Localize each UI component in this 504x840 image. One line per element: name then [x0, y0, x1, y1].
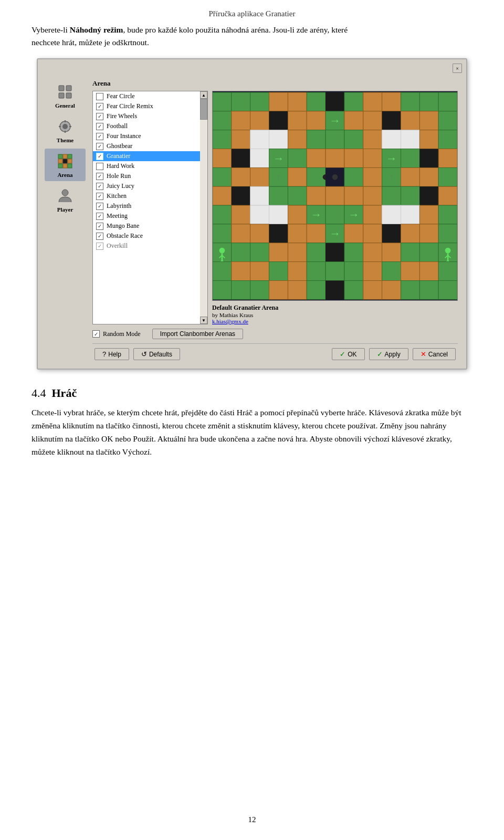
checkbox-overkill[interactable] [96, 243, 103, 250]
sidebar-item-arena[interactable]: Arena [45, 149, 86, 181]
list-item-granatier[interactable]: Granatier [93, 151, 207, 161]
checkbox-labyrinth[interactable] [96, 203, 103, 210]
list-item[interactable]: Mungo Bane [93, 221, 207, 231]
settings-dialog: × General [37, 58, 467, 370]
cancel-button[interactable]: ✕ Cancel [413, 348, 456, 360]
svg-rect-109 [269, 205, 288, 224]
svg-rect-166 [326, 262, 344, 281]
checkbox-hole-run[interactable] [96, 173, 103, 180]
svg-rect-14 [63, 159, 67, 163]
checkbox-fear-circle[interactable] [96, 93, 103, 100]
list-item[interactable]: Fear Circle Remix [93, 101, 207, 111]
list-item[interactable]: Hard Work [93, 161, 207, 171]
random-mode-checkbox[interactable] [92, 330, 100, 338]
scrollbar-track[interactable] [200, 99, 207, 317]
checkbox-football[interactable] [96, 123, 103, 130]
dialog-buttons-right: ✓ OK ✓ Apply ✕ Cancel [332, 348, 456, 360]
preview-info: Default Granatier Arena by Mathias Kraus… [212, 304, 458, 324]
list-item[interactable]: Juicy Lucy [93, 181, 207, 191]
svg-rect-48 [213, 130, 232, 149]
svg-rect-0 [59, 86, 64, 91]
checkbox-granatier[interactable] [96, 153, 103, 160]
svg-rect-108 [250, 205, 269, 224]
header-title: Příručka aplikace Granatier [209, 9, 296, 18]
list-item[interactable]: Fear Circle [93, 91, 207, 101]
checkbox-juicy-lucy[interactable] [96, 183, 103, 190]
sidebar-item-theme[interactable]: Theme [45, 114, 86, 146]
svg-rect-47 [438, 111, 457, 130]
svg-rect-76 [213, 167, 232, 186]
sidebar-item-general[interactable]: General [45, 79, 86, 112]
list-scrollbar[interactable]: ▲ ▼ [200, 91, 207, 324]
list-item[interactable]: Kitchen [93, 191, 207, 201]
svg-rect-66 [288, 149, 307, 168]
list-item[interactable]: Overkill [93, 241, 207, 251]
list-item[interactable]: Labyrinth [93, 201, 207, 211]
svg-text:→: → [386, 152, 397, 165]
close-button[interactable]: × [453, 64, 462, 73]
svg-rect-178 [307, 280, 326, 299]
svg-rect-162 [250, 262, 269, 281]
checkbox-kitchen[interactable] [96, 193, 103, 200]
scrollbar-up-button[interactable]: ▲ [200, 91, 207, 99]
svg-rect-134 [438, 224, 457, 243]
list-item[interactable]: Football [93, 121, 207, 131]
checkbox-fear-circle-remix[interactable] [96, 103, 103, 110]
list-item[interactable]: Obstacle Race [93, 231, 207, 241]
random-mode-row: Random Mode Import Clanbomber Arenas [92, 329, 458, 339]
svg-rect-52 [288, 130, 307, 149]
list-item[interactable]: Four Instance [93, 131, 207, 141]
checkbox-ghostbear[interactable] [96, 143, 103, 150]
checkbox-fire-wheels[interactable] [96, 113, 103, 120]
list-scroll-area[interactable]: Fear Circle Fear Circle Remix [93, 91, 207, 324]
svg-rect-81 [288, 167, 307, 186]
svg-rect-26 [307, 92, 326, 111]
svg-rect-172 [438, 262, 457, 281]
checkbox-four-instance[interactable] [96, 133, 103, 140]
svg-rect-77 [232, 167, 250, 186]
defaults-button[interactable]: ↺ Defaults [133, 348, 180, 360]
general-icon [56, 82, 75, 101]
checkbox-obstacle-race[interactable] [96, 233, 103, 240]
svg-rect-31 [401, 92, 419, 111]
apply-icon: ✓ [377, 350, 383, 358]
svg-rect-29 [363, 92, 382, 111]
svg-rect-168 [363, 262, 382, 281]
ok-button[interactable]: ✓ OK [332, 348, 364, 360]
svg-rect-1 [66, 86, 71, 91]
svg-rect-25 [288, 92, 307, 111]
sidebar-item-player[interactable]: Player [45, 183, 86, 216]
svg-point-148 [219, 248, 225, 254]
scrollbar-down-button[interactable]: ▼ [200, 317, 207, 324]
svg-rect-133 [419, 224, 438, 243]
svg-rect-99 [326, 186, 344, 205]
svg-rect-104 [419, 186, 438, 205]
checkbox-mungo-bane[interactable] [96, 223, 103, 230]
svg-rect-58 [401, 130, 419, 149]
svg-rect-55 [344, 130, 363, 149]
svg-rect-13 [58, 159, 62, 163]
svg-rect-121 [213, 224, 232, 243]
svg-rect-103 [401, 186, 419, 205]
svg-rect-23 [250, 92, 269, 111]
ok-icon: ✓ [340, 350, 345, 358]
list-item[interactable]: Ghostbear [93, 141, 207, 151]
svg-rect-143 [363, 243, 382, 262]
import-arenas-button[interactable]: Import Clanbomber Arenas [152, 329, 243, 339]
checkbox-hard-work[interactable] [96, 163, 103, 170]
list-item[interactable]: Meeting [93, 211, 207, 221]
svg-rect-96 [269, 186, 288, 205]
svg-rect-117 [382, 205, 401, 224]
checkbox-meeting[interactable] [96, 213, 103, 220]
svg-rect-145 [401, 243, 419, 262]
apply-button[interactable]: ✓ Apply [369, 348, 408, 360]
svg-rect-38 [288, 111, 307, 130]
svg-rect-37 [269, 111, 288, 130]
svg-rect-50 [250, 130, 269, 149]
list-item[interactable]: Fire Wheels [93, 111, 207, 121]
help-button[interactable]: ? Help [94, 348, 129, 360]
svg-rect-120 [438, 205, 457, 224]
list-item[interactable]: Hole Run [93, 171, 207, 181]
svg-rect-60 [438, 130, 457, 149]
scrollbar-thumb[interactable] [200, 99, 207, 120]
